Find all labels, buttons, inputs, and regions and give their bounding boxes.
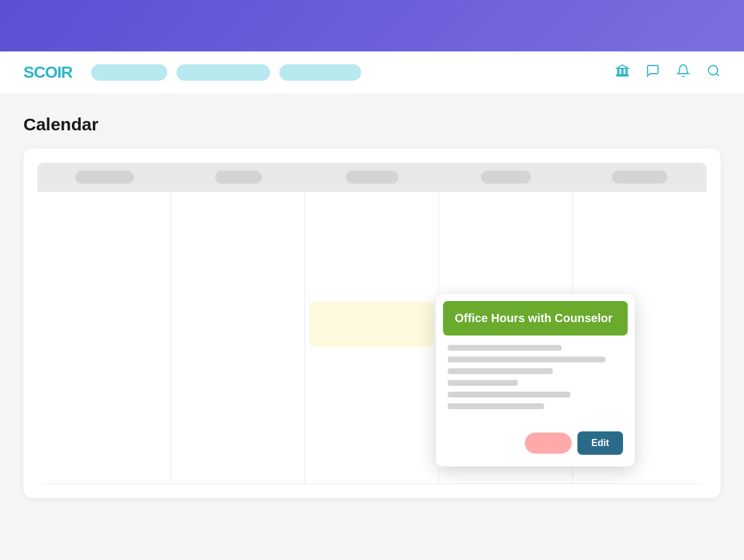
nav-pill-2[interactable]	[177, 64, 270, 81]
nav-pill-3[interactable]	[279, 64, 361, 81]
header-cell-2	[171, 171, 305, 184]
popup-header: Office Hours with Counselor	[443, 301, 628, 336]
nav-pill-1[interactable]	[91, 64, 167, 81]
svg-rect-3	[626, 70, 627, 75]
header-pill-2	[215, 171, 262, 184]
header-pill-3	[346, 171, 399, 184]
popup-detail-line-6	[448, 403, 544, 409]
calendar-card: Office Hours with Counselor E	[23, 148, 721, 498]
calendar-grid: Office Hours with Counselor E	[37, 163, 707, 484]
header-pill-4	[481, 171, 531, 184]
search-icon[interactable]	[707, 64, 721, 81]
header-pill-1	[75, 171, 134, 184]
header-cell-1	[37, 171, 171, 184]
svg-marker-4	[617, 65, 628, 68]
logo: SCOIR	[23, 63, 72, 82]
nav-pills	[91, 64, 615, 81]
cancel-button[interactable]	[525, 433, 572, 454]
header-cell-5	[573, 171, 707, 184]
event-popup: Office Hours with Counselor E	[436, 294, 635, 466]
svg-line-6	[717, 74, 719, 76]
nav-icons	[615, 64, 721, 81]
navbar: SCOIR	[0, 51, 744, 94]
edit-button[interactable]: Edit	[577, 431, 623, 455]
popup-detail-line-5	[448, 392, 570, 397]
header-cell-4	[439, 171, 573, 184]
popup-body	[436, 336, 635, 427]
chat-icon[interactable]	[646, 64, 660, 81]
popup-detail-line-2	[448, 357, 605, 362]
calendar-cell-1	[37, 192, 171, 484]
popup-detail-line-3	[448, 368, 553, 374]
calendar-cell-2	[171, 192, 305, 484]
svg-point-5	[708, 65, 718, 75]
popup-title: Office Hours with Counselor	[455, 312, 616, 325]
event-yellow[interactable]	[310, 302, 434, 347]
bell-icon[interactable]	[676, 64, 690, 81]
popup-actions: Edit	[436, 427, 635, 466]
popup-detail-line-4	[448, 380, 518, 386]
popup-detail-line-1	[448, 345, 562, 351]
header-cell-3	[305, 171, 439, 184]
svg-rect-2	[622, 70, 623, 75]
institution-icon[interactable]	[615, 64, 629, 81]
svg-rect-1	[618, 70, 619, 75]
calendar-body: Office Hours with Counselor E	[37, 192, 707, 484]
calendar-header	[37, 163, 707, 192]
top-banner	[0, 0, 744, 51]
calendar-cell-3	[305, 192, 439, 484]
calendar-cell-4: Office Hours with Counselor E	[439, 192, 573, 484]
header-pill-5	[612, 171, 667, 184]
page-content: Calendar	[0, 94, 744, 560]
page-title: Calendar	[23, 115, 721, 134]
